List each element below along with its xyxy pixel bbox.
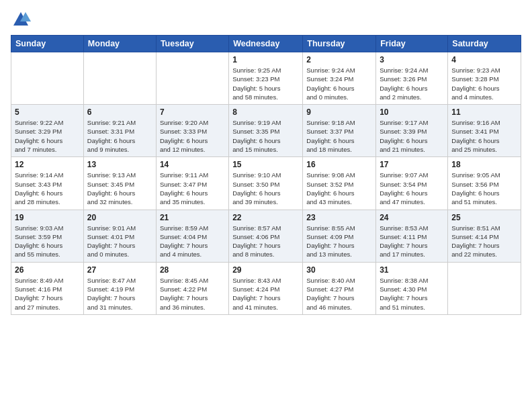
day-info: Sunrise: 8:59 AM Sunset: 4:04 PM Dayligh… <box>160 224 225 259</box>
day-number: 13 <box>87 160 152 169</box>
day-cell: 11Sunrise: 9:16 AM Sunset: 3:41 PM Dayli… <box>448 105 521 157</box>
day-cell: 2Sunrise: 9:24 AM Sunset: 3:24 PM Daylig… <box>303 52 376 105</box>
day-cell: 31Sunrise: 8:38 AM Sunset: 4:30 PM Dayli… <box>376 262 448 314</box>
day-number: 28 <box>160 265 225 275</box>
day-info: Sunrise: 9:18 AM Sunset: 3:37 PM Dayligh… <box>306 118 372 154</box>
day-number: 9 <box>306 107 372 117</box>
day-info: Sunrise: 9:21 AM Sunset: 3:31 PM Dayligh… <box>87 118 152 154</box>
day-cell: 9Sunrise: 9:18 AM Sunset: 3:37 PM Daylig… <box>303 105 376 157</box>
day-info: Sunrise: 9:22 AM Sunset: 3:29 PM Dayligh… <box>15 118 80 154</box>
day-info: Sunrise: 9:24 AM Sunset: 3:24 PM Dayligh… <box>306 66 372 101</box>
day-cell: 8Sunrise: 9:19 AM Sunset: 3:35 PM Daylig… <box>229 105 303 157</box>
day-number: 31 <box>380 265 444 275</box>
day-number: 12 <box>15 160 80 169</box>
day-number: 3 <box>380 55 444 64</box>
weekday-header-friday: Friday <box>376 36 448 52</box>
logo <box>11 9 34 30</box>
day-cell: 21Sunrise: 8:59 AM Sunset: 4:04 PM Dayli… <box>156 210 228 262</box>
day-info: Sunrise: 9:11 AM Sunset: 3:47 PM Dayligh… <box>160 171 225 206</box>
week-row-4: 19Sunrise: 9:03 AM Sunset: 3:59 PM Dayli… <box>11 210 521 262</box>
day-number: 19 <box>15 213 80 222</box>
day-number: 29 <box>232 265 299 275</box>
day-number: 5 <box>15 107 80 117</box>
day-number: 6 <box>87 107 152 117</box>
day-info: Sunrise: 9:23 AM Sunset: 3:28 PM Dayligh… <box>451 66 517 101</box>
day-cell: 14Sunrise: 9:11 AM Sunset: 3:47 PM Dayli… <box>156 157 228 210</box>
day-number: 24 <box>380 213 444 222</box>
weekday-header-wednesday: Wednesday <box>229 36 303 52</box>
day-info: Sunrise: 8:51 AM Sunset: 4:14 PM Dayligh… <box>451 224 517 259</box>
day-cell: 26Sunrise: 8:49 AM Sunset: 4:16 PM Dayli… <box>11 262 84 314</box>
day-number: 21 <box>160 213 225 222</box>
day-info: Sunrise: 9:05 AM Sunset: 3:56 PM Dayligh… <box>451 171 517 206</box>
day-number: 17 <box>380 160 444 169</box>
day-info: Sunrise: 8:47 AM Sunset: 4:19 PM Dayligh… <box>87 276 152 312</box>
day-cell: 22Sunrise: 8:57 AM Sunset: 4:06 PM Dayli… <box>229 210 303 262</box>
weekday-header-sunday: Sunday <box>11 36 84 52</box>
calendar-table: SundayMondayTuesdayWednesdayThursdayFrid… <box>11 35 521 315</box>
day-cell: 7Sunrise: 9:20 AM Sunset: 3:33 PM Daylig… <box>156 105 228 157</box>
day-cell: 12Sunrise: 9:14 AM Sunset: 3:43 PM Dayli… <box>11 157 84 210</box>
day-number: 25 <box>451 213 517 222</box>
day-cell: 13Sunrise: 9:13 AM Sunset: 3:45 PM Dayli… <box>83 157 156 210</box>
day-number: 20 <box>87 213 152 222</box>
day-info: Sunrise: 8:45 AM Sunset: 4:22 PM Dayligh… <box>160 276 225 312</box>
day-cell: 28Sunrise: 8:45 AM Sunset: 4:22 PM Dayli… <box>156 262 228 314</box>
weekday-row: SundayMondayTuesdayWednesdayThursdayFrid… <box>11 36 521 52</box>
day-number: 30 <box>306 265 372 275</box>
day-cell: 1Sunrise: 9:25 AM Sunset: 3:23 PM Daylig… <box>229 52 303 105</box>
weekday-header-saturday: Saturday <box>448 36 521 52</box>
day-number: 26 <box>15 265 80 275</box>
day-info: Sunrise: 8:38 AM Sunset: 4:30 PM Dayligh… <box>380 276 444 312</box>
day-cell: 25Sunrise: 8:51 AM Sunset: 4:14 PM Dayli… <box>448 210 521 262</box>
day-number: 1 <box>232 55 299 64</box>
week-row-2: 5Sunrise: 9:22 AM Sunset: 3:29 PM Daylig… <box>11 105 521 157</box>
week-row-3: 12Sunrise: 9:14 AM Sunset: 3:43 PM Dayli… <box>11 157 521 210</box>
day-number: 4 <box>451 55 517 64</box>
day-info: Sunrise: 9:10 AM Sunset: 3:50 PM Dayligh… <box>232 171 299 206</box>
day-cell: 10Sunrise: 9:17 AM Sunset: 3:39 PM Dayli… <box>376 105 448 157</box>
day-cell: 17Sunrise: 9:07 AM Sunset: 3:54 PM Dayli… <box>376 157 448 210</box>
day-cell <box>11 52 84 105</box>
weekday-header-tuesday: Tuesday <box>156 36 228 52</box>
day-info: Sunrise: 9:16 AM Sunset: 3:41 PM Dayligh… <box>451 118 517 154</box>
day-cell: 18Sunrise: 9:05 AM Sunset: 3:56 PM Dayli… <box>448 157 521 210</box>
day-cell: 30Sunrise: 8:40 AM Sunset: 4:27 PM Dayli… <box>303 262 376 314</box>
day-number: 15 <box>232 160 299 169</box>
day-number: 22 <box>232 213 299 222</box>
calendar-header: SundayMondayTuesdayWednesdayThursdayFrid… <box>11 36 521 52</box>
day-number: 27 <box>87 265 152 275</box>
day-cell: 3Sunrise: 9:24 AM Sunset: 3:26 PM Daylig… <box>376 52 448 105</box>
day-number: 14 <box>160 160 225 169</box>
week-row-5: 26Sunrise: 8:49 AM Sunset: 4:16 PM Dayli… <box>11 262 521 314</box>
weekday-header-monday: Monday <box>83 36 156 52</box>
day-cell: 6Sunrise: 9:21 AM Sunset: 3:31 PM Daylig… <box>83 105 156 157</box>
day-number: 8 <box>232 107 299 117</box>
day-number: 2 <box>306 55 372 64</box>
day-cell: 5Sunrise: 9:22 AM Sunset: 3:29 PM Daylig… <box>11 105 84 157</box>
day-info: Sunrise: 9:24 AM Sunset: 3:26 PM Dayligh… <box>380 66 444 101</box>
day-number: 11 <box>451 107 517 117</box>
day-cell: 27Sunrise: 8:47 AM Sunset: 4:19 PM Dayli… <box>83 262 156 314</box>
day-info: Sunrise: 9:03 AM Sunset: 3:59 PM Dayligh… <box>15 224 80 259</box>
day-info: Sunrise: 8:57 AM Sunset: 4:06 PM Dayligh… <box>232 224 299 259</box>
day-info: Sunrise: 9:13 AM Sunset: 3:45 PM Dayligh… <box>87 171 152 206</box>
day-cell: 16Sunrise: 9:08 AM Sunset: 3:52 PM Dayli… <box>303 157 376 210</box>
logo-icon <box>11 9 31 30</box>
day-cell <box>448 262 521 314</box>
day-info: Sunrise: 9:19 AM Sunset: 3:35 PM Dayligh… <box>232 118 299 154</box>
day-info: Sunrise: 8:49 AM Sunset: 4:16 PM Dayligh… <box>15 276 80 312</box>
day-cell: 29Sunrise: 8:43 AM Sunset: 4:24 PM Dayli… <box>229 262 303 314</box>
day-info: Sunrise: 9:25 AM Sunset: 3:23 PM Dayligh… <box>232 66 299 101</box>
day-info: Sunrise: 8:40 AM Sunset: 4:27 PM Dayligh… <box>306 276 372 312</box>
day-number: 18 <box>451 160 517 169</box>
day-info: Sunrise: 9:17 AM Sunset: 3:39 PM Dayligh… <box>380 118 444 154</box>
weekday-header-thursday: Thursday <box>303 36 376 52</box>
day-cell: 4Sunrise: 9:23 AM Sunset: 3:28 PM Daylig… <box>448 52 521 105</box>
day-cell: 19Sunrise: 9:03 AM Sunset: 3:59 PM Dayli… <box>11 210 84 262</box>
day-number: 10 <box>380 107 444 117</box>
day-cell <box>156 52 228 105</box>
day-cell: 15Sunrise: 9:10 AM Sunset: 3:50 PM Dayli… <box>229 157 303 210</box>
day-cell <box>83 52 156 105</box>
day-number: 16 <box>306 160 372 169</box>
